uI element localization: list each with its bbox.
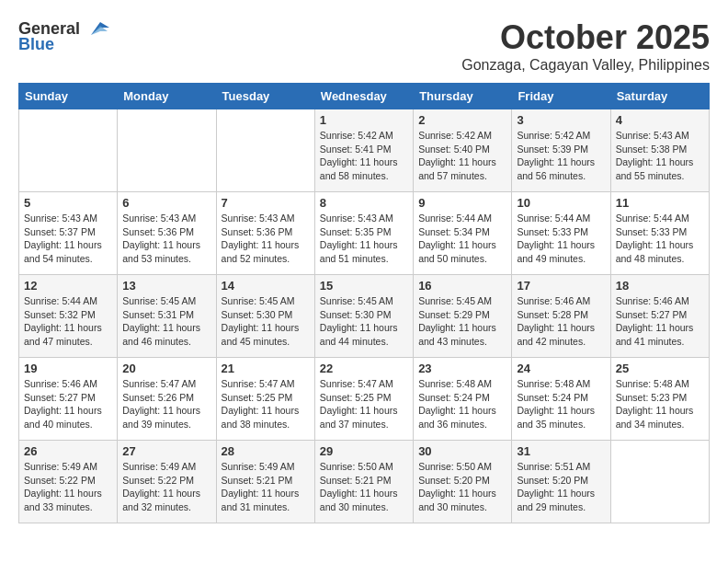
day-number: 16 bbox=[418, 279, 506, 293]
day-number: 3 bbox=[517, 113, 605, 127]
calendar-cell: 18Sunrise: 5:46 AM Sunset: 5:27 PM Dayli… bbox=[610, 275, 709, 358]
week-row-4: 19Sunrise: 5:46 AM Sunset: 5:27 PM Dayli… bbox=[19, 358, 710, 441]
weekday-header-row: SundayMondayTuesdayWednesdayThursdayFrid… bbox=[19, 84, 710, 109]
weekday-header-friday: Friday bbox=[512, 84, 610, 109]
day-info: Sunrise: 5:48 AM Sunset: 5:24 PM Dayligh… bbox=[418, 377, 506, 431]
day-info: Sunrise: 5:47 AM Sunset: 5:25 PM Dayligh… bbox=[222, 377, 310, 431]
day-number: 20 bbox=[122, 362, 210, 375]
calendar-cell: 19Sunrise: 5:46 AM Sunset: 5:27 PM Dayli… bbox=[19, 358, 118, 441]
day-info: Sunrise: 5:46 AM Sunset: 5:27 PM Dayligh… bbox=[616, 294, 704, 349]
day-number: 11 bbox=[616, 196, 704, 210]
day-number: 28 bbox=[222, 444, 310, 458]
day-info: Sunrise: 5:42 AM Sunset: 5:41 PM Dayligh… bbox=[320, 129, 408, 183]
day-number: 18 bbox=[616, 279, 704, 293]
day-number: 13 bbox=[122, 279, 210, 293]
calendar-cell: 29Sunrise: 5:50 AM Sunset: 5:21 PM Dayli… bbox=[314, 441, 413, 523]
calendar-cell: 31Sunrise: 5:51 AM Sunset: 5:20 PM Dayli… bbox=[512, 441, 610, 523]
calendar-cell: 17Sunrise: 5:46 AM Sunset: 5:28 PM Dayli… bbox=[512, 275, 610, 358]
calendar-cell: 14Sunrise: 5:45 AM Sunset: 5:30 PM Dayli… bbox=[216, 275, 314, 358]
calendar-cell: 25Sunrise: 5:48 AM Sunset: 5:23 PM Dayli… bbox=[610, 358, 709, 441]
day-info: Sunrise: 5:46 AM Sunset: 5:28 PM Dayligh… bbox=[517, 294, 605, 349]
weekday-header-saturday: Saturday bbox=[610, 84, 709, 109]
calendar-cell: 24Sunrise: 5:48 AM Sunset: 5:24 PM Dayli… bbox=[512, 358, 610, 441]
day-number: 1 bbox=[320, 113, 408, 127]
calendar-table: SundayMondayTuesdayWednesdayThursdayFrid… bbox=[18, 83, 710, 523]
day-number: 24 bbox=[517, 362, 605, 375]
day-info: Sunrise: 5:43 AM Sunset: 5:37 PM Dayligh… bbox=[24, 212, 112, 266]
day-info: Sunrise: 5:48 AM Sunset: 5:24 PM Dayligh… bbox=[517, 377, 605, 431]
day-number: 9 bbox=[418, 196, 506, 210]
day-info: Sunrise: 5:47 AM Sunset: 5:26 PM Dayligh… bbox=[122, 377, 210, 431]
calendar-cell: 13Sunrise: 5:45 AM Sunset: 5:31 PM Dayli… bbox=[118, 275, 216, 358]
calendar-cell: 26Sunrise: 5:49 AM Sunset: 5:22 PM Dayli… bbox=[19, 441, 118, 523]
day-info: Sunrise: 5:43 AM Sunset: 5:36 PM Dayligh… bbox=[122, 212, 210, 266]
day-info: Sunrise: 5:45 AM Sunset: 5:30 PM Dayligh… bbox=[320, 294, 408, 349]
calendar-cell bbox=[216, 109, 314, 192]
day-info: Sunrise: 5:48 AM Sunset: 5:23 PM Dayligh… bbox=[616, 377, 704, 431]
calendar-cell: 22Sunrise: 5:47 AM Sunset: 5:25 PM Dayli… bbox=[314, 358, 413, 441]
weekday-header-wednesday: Wednesday bbox=[314, 84, 413, 109]
day-info: Sunrise: 5:49 AM Sunset: 5:22 PM Dayligh… bbox=[122, 460, 210, 514]
day-number: 12 bbox=[24, 279, 112, 293]
day-number: 14 bbox=[222, 279, 310, 293]
calendar-cell: 8Sunrise: 5:43 AM Sunset: 5:35 PM Daylig… bbox=[314, 192, 413, 275]
day-info: Sunrise: 5:49 AM Sunset: 5:21 PM Dayligh… bbox=[222, 460, 310, 514]
day-info: Sunrise: 5:43 AM Sunset: 5:38 PM Dayligh… bbox=[616, 129, 704, 183]
weekday-header-monday: Monday bbox=[118, 84, 216, 109]
day-number: 15 bbox=[320, 279, 408, 293]
calendar-cell: 12Sunrise: 5:44 AM Sunset: 5:32 PM Dayli… bbox=[19, 275, 118, 358]
calendar-cell: 9Sunrise: 5:44 AM Sunset: 5:34 PM Daylig… bbox=[414, 192, 512, 275]
day-number: 23 bbox=[418, 362, 506, 375]
day-number: 5 bbox=[24, 196, 112, 210]
header: General Blue October 2025 Gonzaga, Cagay… bbox=[18, 18, 710, 74]
day-number: 30 bbox=[418, 444, 506, 458]
day-number: 29 bbox=[320, 444, 408, 458]
week-row-2: 5Sunrise: 5:43 AM Sunset: 5:37 PM Daylig… bbox=[19, 192, 710, 275]
calendar-cell: 1Sunrise: 5:42 AM Sunset: 5:41 PM Daylig… bbox=[314, 109, 413, 192]
day-number: 10 bbox=[517, 196, 605, 210]
day-number: 2 bbox=[418, 113, 506, 127]
day-number: 25 bbox=[616, 362, 704, 375]
logo: General Blue bbox=[18, 18, 111, 54]
calendar-cell: 11Sunrise: 5:44 AM Sunset: 5:33 PM Dayli… bbox=[610, 192, 709, 275]
day-info: Sunrise: 5:45 AM Sunset: 5:30 PM Dayligh… bbox=[222, 294, 310, 349]
calendar-cell: 16Sunrise: 5:45 AM Sunset: 5:29 PM Dayli… bbox=[414, 275, 512, 358]
calendar-cell: 20Sunrise: 5:47 AM Sunset: 5:26 PM Dayli… bbox=[118, 358, 216, 441]
weekday-header-sunday: Sunday bbox=[19, 84, 118, 109]
day-number: 4 bbox=[616, 113, 704, 127]
calendar-cell bbox=[118, 109, 216, 192]
day-number: 8 bbox=[320, 196, 408, 210]
logo-blue-text: Blue bbox=[18, 35, 54, 54]
calendar-cell: 27Sunrise: 5:49 AM Sunset: 5:22 PM Dayli… bbox=[118, 441, 216, 523]
day-info: Sunrise: 5:44 AM Sunset: 5:32 PM Dayligh… bbox=[24, 294, 112, 349]
calendar-cell: 15Sunrise: 5:45 AM Sunset: 5:30 PM Dayli… bbox=[314, 275, 413, 358]
calendar-cell: 21Sunrise: 5:47 AM Sunset: 5:25 PM Dayli… bbox=[216, 358, 314, 441]
calendar-cell: 30Sunrise: 5:50 AM Sunset: 5:20 PM Dayli… bbox=[414, 441, 512, 523]
week-row-1: 1Sunrise: 5:42 AM Sunset: 5:41 PM Daylig… bbox=[19, 109, 710, 192]
day-number: 6 bbox=[122, 196, 210, 210]
day-number: 19 bbox=[24, 362, 112, 375]
calendar-cell: 5Sunrise: 5:43 AM Sunset: 5:37 PM Daylig… bbox=[19, 192, 118, 275]
calendar-cell: 6Sunrise: 5:43 AM Sunset: 5:36 PM Daylig… bbox=[118, 192, 216, 275]
day-info: Sunrise: 5:46 AM Sunset: 5:27 PM Dayligh… bbox=[24, 377, 112, 431]
day-info: Sunrise: 5:51 AM Sunset: 5:20 PM Dayligh… bbox=[517, 460, 605, 514]
calendar-cell: 7Sunrise: 5:43 AM Sunset: 5:36 PM Daylig… bbox=[216, 192, 314, 275]
week-row-5: 26Sunrise: 5:49 AM Sunset: 5:22 PM Dayli… bbox=[19, 441, 710, 523]
weekday-header-thursday: Thursday bbox=[414, 84, 512, 109]
day-info: Sunrise: 5:42 AM Sunset: 5:40 PM Dayligh… bbox=[418, 129, 506, 183]
day-info: Sunrise: 5:44 AM Sunset: 5:33 PM Dayligh… bbox=[517, 212, 605, 266]
day-info: Sunrise: 5:50 AM Sunset: 5:20 PM Dayligh… bbox=[418, 460, 506, 514]
weekday-header-tuesday: Tuesday bbox=[216, 84, 314, 109]
day-number: 21 bbox=[222, 362, 310, 375]
day-info: Sunrise: 5:43 AM Sunset: 5:35 PM Dayligh… bbox=[320, 212, 408, 266]
logo-bird-icon bbox=[82, 18, 111, 39]
day-info: Sunrise: 5:45 AM Sunset: 5:31 PM Dayligh… bbox=[122, 294, 210, 349]
day-info: Sunrise: 5:43 AM Sunset: 5:36 PM Dayligh… bbox=[222, 212, 310, 266]
location-title: Gonzaga, Cagayan Valley, Philippines bbox=[461, 57, 710, 74]
calendar-cell: 23Sunrise: 5:48 AM Sunset: 5:24 PM Dayli… bbox=[414, 358, 512, 441]
day-info: Sunrise: 5:50 AM Sunset: 5:21 PM Dayligh… bbox=[320, 460, 408, 514]
day-info: Sunrise: 5:44 AM Sunset: 5:34 PM Dayligh… bbox=[418, 212, 506, 266]
day-info: Sunrise: 5:49 AM Sunset: 5:22 PM Dayligh… bbox=[24, 460, 112, 514]
day-number: 17 bbox=[517, 279, 605, 293]
day-info: Sunrise: 5:45 AM Sunset: 5:29 PM Dayligh… bbox=[418, 294, 506, 349]
